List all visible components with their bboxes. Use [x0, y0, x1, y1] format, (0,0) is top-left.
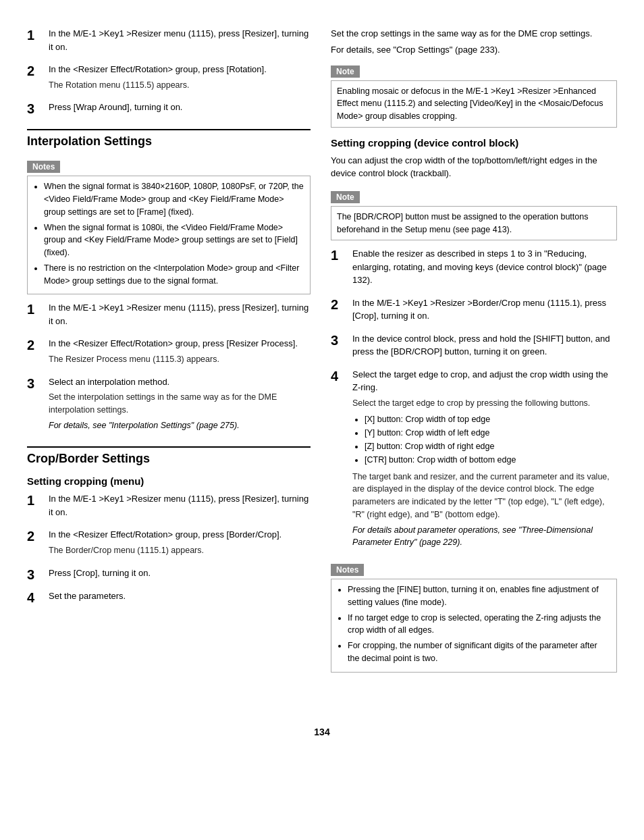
note-item: For cropping, the number of significant … [348, 639, 611, 665]
notes-list-dc: Pressing the [FINE] button, turning it o… [337, 583, 611, 665]
step-main: Enable the resizer as described in steps… [352, 247, 617, 287]
step-num: 3 [331, 332, 350, 348]
note-item: When the signal format is 1080i, the <Vi… [44, 221, 304, 259]
bullet-item: [X] button: Crop width of top edge [365, 413, 617, 426]
step-main: Set the parameters. [49, 589, 311, 603]
step-1-top: 1 In the M/E-1 >Key1 >Resizer menu (1115… [27, 27, 311, 56]
step-main: Select the target edge to crop, and adju… [352, 368, 617, 394]
device-control-title: Setting cropping (device control block) [331, 137, 617, 149]
step-sub: The Border/Crop menu (1115.1) appears. [49, 544, 311, 557]
note-badge-2: Note [331, 191, 360, 203]
step-main: In the M/E-1 >Key1 >Resizer menu (1115),… [49, 492, 311, 519]
step-main: In the <Resizer Effect/Rotation> group, … [49, 528, 311, 542]
note2-label: Note [331, 186, 617, 206]
notes-label-dc: Notes [331, 558, 617, 579]
note2-content: The [BDR/CROP] button must be assigned t… [331, 206, 617, 241]
step-content: In the <Resizer Effect/Rotation> group, … [49, 528, 311, 559]
bullet-item: [CTR] button: Crop width of bottom edge [365, 453, 617, 467]
crop-menu-step-2: 2 In the <Resizer Effect/Rotation> group… [27, 528, 311, 559]
dc-step4-bullets: [X] button: Crop width of top edge [Y] b… [352, 413, 617, 467]
note1-content: Enabling mosaic or defocus in the M/E-1 … [331, 80, 617, 128]
step-num: 1 [27, 301, 46, 317]
step-main: In the M/E-1 >Key1 >Resizer menu (1115),… [49, 27, 311, 53]
step-content: Select an interpolation method. Set the … [49, 375, 311, 435]
dc-step-1: 1 Enable the resizer as described in ste… [331, 247, 617, 290]
step-num: 4 [27, 589, 46, 606]
notes-content-interp: When the signal format is 3840×2160P, 10… [27, 176, 311, 294]
step-num: 2 [27, 528, 46, 544]
notes-content-dc: Pressing the [FINE] button, turning it o… [331, 579, 617, 673]
step-num: 1 [27, 27, 46, 43]
step-main: In the <Resizer Effect/Rotation> group, … [49, 337, 311, 350]
step-ref: For details about parameter operations, … [352, 524, 617, 550]
bullet-item: [Y] button: Crop width of left edge [365, 426, 617, 440]
step-content: Press [Crop], turning it on. [49, 567, 311, 583]
step-num: 4 [331, 368, 350, 384]
step-content: In the M/E-1 >Key1 >Resizer menu (1115),… [49, 27, 311, 56]
crop-settings-text: Set the crop settings in the same way as… [331, 27, 617, 41]
step-main: Press [Wrap Around], turning it on. [49, 101, 311, 114]
step-content: In the M/E-1 >Key1 >Resizer menu (1115),… [49, 492, 311, 521]
step-content: In the device control block, press and h… [352, 332, 617, 361]
crop-menu-step-4: 4 Set the parameters. [27, 589, 311, 606]
device-control-intro: You can adjust the crop width of the top… [331, 154, 617, 180]
step-num: 2 [27, 337, 46, 353]
step-content: Enable the resizer as described in steps… [352, 247, 617, 290]
interpolation-settings-title: Interpolation Settings [27, 129, 311, 149]
interp-step-2: 2 In the <Resizer Effect/Rotation> group… [27, 337, 311, 368]
step-content: In the <Resizer Effect/Rotation> group, … [49, 337, 311, 368]
crop-settings-ref: For details, see "Crop Settings" (page 2… [331, 45, 617, 55]
notes-badge-dc: Notes [331, 564, 364, 576]
note2-text: The [BDR/CROP] button must be assigned t… [337, 211, 611, 236]
step-num: 2 [27, 63, 46, 79]
step-content: In the <Resizer Effect/Rotation> group, … [49, 63, 311, 94]
step-ref: For details, see "Interpolation Settings… [49, 419, 311, 432]
step-main: In the M/E-1 >Key1 >Resizer >Border/Crop… [352, 296, 617, 323]
step-content: Select the target edge to crop, and adju… [352, 368, 617, 552]
note-item: If no target edge to crop is selected, o… [348, 612, 611, 637]
dc-step-2: 2 In the M/E-1 >Key1 >Resizer >Border/Cr… [331, 296, 617, 325]
step-num: 1 [27, 492, 46, 508]
crop-border-title: Crop/Border Settings [27, 446, 311, 466]
step-extra: The target bank and resizer, and the cur… [352, 471, 617, 521]
step-sub: Set the interpolation settings in the sa… [49, 391, 311, 417]
step-content: Set the parameters. [49, 589, 311, 606]
step-num: 3 [27, 567, 46, 583]
step-content: In the M/E-1 >Key1 >Resizer menu (1115),… [49, 301, 311, 330]
step-sub: Select the target edge to crop by pressi… [352, 397, 617, 410]
note-item: When the signal format is 3840×2160P, 10… [44, 180, 304, 218]
note1-text: Enabling mosaic or defocus in the M/E-1 … [337, 85, 611, 123]
notes-label-interp: Notes [27, 155, 311, 176]
crop-menu-step-3: 3 Press [Crop], turning it on. [27, 567, 311, 583]
page: 1 In the M/E-1 >Key1 >Resizer menu (1115… [0, 0, 644, 706]
step-sub: The Rotation menu (1115.5) appears. [49, 79, 311, 92]
step-content: In the M/E-1 >Key1 >Resizer >Border/Crop… [352, 296, 617, 325]
top-steps: 1 In the M/E-1 >Key1 >Resizer menu (1115… [27, 27, 311, 117]
step-2-top: 2 In the <Resizer Effect/Rotation> group… [27, 63, 311, 94]
step-3-top: 3 Press [Wrap Around], turning it on. [27, 101, 311, 117]
notes-list-interp: When the signal format is 3840×2160P, 10… [33, 180, 304, 287]
page-number: 134 [314, 727, 329, 737]
note-badge-1: Note [331, 65, 360, 78]
step-main: In the device control block, press and h… [352, 332, 617, 359]
step-num: 2 [331, 296, 350, 313]
note-item: There is no restriction on the <Interpol… [44, 262, 304, 288]
note1-label: Note [331, 60, 617, 80]
step-content: Press [Wrap Around], turning it on. [49, 101, 311, 117]
page-footer: 134 [0, 727, 644, 751]
dc-step-3: 3 In the device control block, press and… [331, 332, 617, 361]
bullet-item: [Z] button: Crop width of right edge [365, 440, 617, 453]
step-main: In the M/E-1 >Key1 >Resizer menu (1115),… [49, 301, 311, 327]
left-column: 1 In the M/E-1 >Key1 >Resizer menu (1115… [27, 27, 311, 679]
step-num: 3 [27, 375, 46, 392]
note-item: Pressing the [FINE] button, turning it o… [348, 583, 611, 609]
dc-step-4: 4 Select the target edge to crop, and ad… [331, 368, 617, 552]
step-main: Press [Crop], turning it on. [49, 567, 311, 580]
step-num: 1 [331, 247, 350, 263]
crop-menu-step-1: 1 In the M/E-1 >Key1 >Resizer menu (1115… [27, 492, 311, 521]
right-column: Set the crop settings in the same way as… [331, 27, 617, 679]
setting-cropping-menu-title: Setting cropping (menu) [27, 475, 311, 487]
step-num: 3 [27, 101, 46, 117]
notes-badge-interp: Notes [27, 161, 60, 173]
step-main: Select an interpolation method. [49, 375, 311, 389]
